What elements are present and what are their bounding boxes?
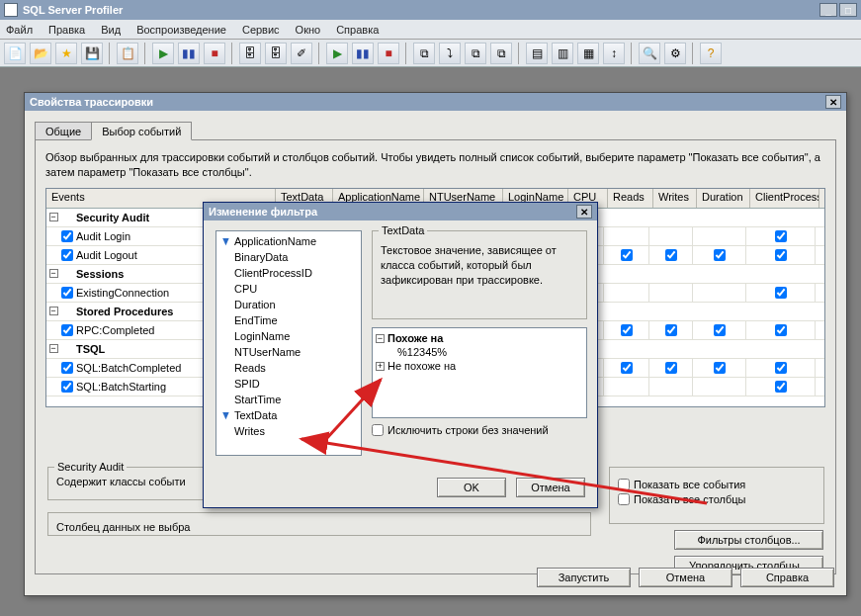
- filter-column-item[interactable]: ClientProcessID: [216, 265, 361, 281]
- grid-cell[interactable]: [649, 321, 693, 339]
- tab-events[interactable]: Выбор событий: [91, 122, 192, 140]
- grid-cell[interactable]: [604, 321, 649, 339]
- tool-replay-stop[interactable]: ■: [378, 43, 399, 64]
- tool-window1[interactable]: ▤: [526, 43, 548, 64]
- grid-cell[interactable]: [693, 359, 746, 377]
- expander-icon[interactable]: −: [49, 269, 58, 278]
- event-checkbox[interactable]: [61, 249, 73, 261]
- trace-dialog-close[interactable]: ✕: [825, 95, 841, 109]
- grid-checkbox[interactable]: [714, 362, 726, 374]
- grid-checkbox[interactable]: [775, 249, 787, 261]
- filter-column-item[interactable]: ▼TextData: [216, 407, 361, 423]
- btn-filter-ok[interactable]: OK: [437, 478, 506, 497]
- minimize-button[interactable]: _: [819, 3, 837, 17]
- filter-column-item[interactable]: NTUserName: [216, 344, 361, 360]
- grid-checkbox[interactable]: [775, 230, 787, 242]
- grid-cell[interactable]: [649, 284, 693, 302]
- expander-icon[interactable]: −: [49, 213, 58, 221]
- grid-checkbox[interactable]: [714, 324, 726, 336]
- tool-eraser[interactable]: ✐: [291, 43, 312, 64]
- tree-expander-like[interactable]: −: [376, 334, 385, 343]
- chk-exclude-empty[interactable]: [372, 424, 384, 436]
- filter-column-item[interactable]: StartTime: [216, 392, 361, 407]
- event-checkbox[interactable]: [61, 230, 73, 242]
- grid-cell[interactable]: [693, 227, 746, 245]
- grid-cell[interactable]: [746, 227, 816, 245]
- grid-cell[interactable]: [649, 227, 693, 245]
- tool-step[interactable]: ⧉: [413, 43, 435, 64]
- filter-column-list[interactable]: ▼ApplicationNameBinaryDataClientProcessI…: [215, 230, 362, 456]
- filter-column-item[interactable]: ▼ApplicationName: [216, 233, 361, 249]
- tool-cursor[interactable]: ⤵: [439, 43, 461, 64]
- grid-checkbox[interactable]: [714, 249, 726, 261]
- filter-column-item[interactable]: SPID: [216, 376, 361, 392]
- filter-column-item[interactable]: Reads: [216, 360, 361, 376]
- tool-prop[interactable]: 📋: [117, 43, 138, 64]
- event-checkbox[interactable]: [61, 287, 73, 299]
- grid-cell[interactable]: [693, 321, 746, 339]
- menu-replay[interactable]: Воспроизведение: [134, 23, 228, 37]
- filter-column-item[interactable]: Writes: [216, 423, 361, 439]
- grid-cell[interactable]: [693, 246, 746, 264]
- expander-icon[interactable]: −: [49, 344, 58, 353]
- menu-window[interactable]: Окно: [294, 23, 323, 37]
- filter-dialog-close[interactable]: ✕: [576, 205, 592, 219]
- grid-checkbox[interactable]: [775, 324, 787, 336]
- filter-match-tree[interactable]: − Похоже на %12345% + Не похоже на: [372, 327, 587, 418]
- grid-cell[interactable]: [693, 378, 746, 396]
- tool-pause[interactable]: ▮▮: [178, 43, 200, 64]
- tool-find[interactable]: 🔍: [639, 43, 660, 64]
- btn-help[interactable]: Справка: [740, 568, 834, 587]
- tool-save[interactable]: 💾: [81, 43, 103, 64]
- btn-run[interactable]: Запустить: [537, 568, 631, 587]
- tool-replay-start[interactable]: ▶: [326, 43, 348, 64]
- tool-bkpt2[interactable]: ⧉: [490, 43, 512, 64]
- hdr-writes[interactable]: Writes: [653, 189, 697, 208]
- menu-help[interactable]: Справка: [334, 23, 381, 37]
- grid-cell[interactable]: [693, 284, 746, 302]
- grid-cell[interactable]: [649, 378, 693, 396]
- grid-cell[interactable]: [604, 246, 649, 264]
- grid-cell[interactable]: [604, 359, 649, 377]
- menu-edit[interactable]: Правка: [46, 23, 87, 37]
- hdr-clientproc[interactable]: ClientProcess: [750, 189, 819, 208]
- grid-checkbox[interactable]: [665, 324, 677, 336]
- grid-cell[interactable]: [649, 359, 693, 377]
- chk-show-all-events[interactable]: [618, 479, 630, 490]
- hdr-duration[interactable]: Duration: [697, 189, 750, 208]
- grid-checkbox[interactable]: [775, 362, 787, 374]
- tool-window3[interactable]: ▦: [577, 43, 599, 64]
- tree-like-label[interactable]: Похоже на: [387, 332, 443, 344]
- tree-expander-notlike[interactable]: +: [376, 362, 385, 371]
- hdr-reads[interactable]: Reads: [608, 189, 653, 208]
- grid-cell[interactable]: [604, 284, 649, 302]
- tool-help[interactable]: ?: [700, 43, 722, 64]
- grid-cell[interactable]: [746, 378, 816, 396]
- filter-column-item[interactable]: BinaryData: [216, 249, 361, 265]
- menu-tools[interactable]: Сервис: [240, 23, 282, 37]
- grid-checkbox[interactable]: [775, 381, 787, 393]
- tool-scroll[interactable]: ↕: [603, 43, 625, 64]
- grid-checkbox[interactable]: [621, 324, 633, 336]
- tree-like-value[interactable]: %12345%: [397, 346, 447, 358]
- grid-checkbox[interactable]: [621, 249, 633, 261]
- btn-cancel[interactable]: Отмена: [639, 568, 732, 587]
- btn-column-filters[interactable]: Фильтры столбцов...: [674, 530, 823, 550]
- grid-cell[interactable]: [746, 246, 816, 264]
- grid-cell[interactable]: [604, 378, 649, 396]
- filter-column-item[interactable]: LoginName: [216, 328, 361, 344]
- grid-cell[interactable]: [604, 227, 649, 245]
- filter-column-item[interactable]: Duration: [216, 297, 361, 312]
- tool-open[interactable]: 📂: [30, 43, 51, 64]
- event-checkbox[interactable]: [61, 324, 73, 336]
- maximize-button[interactable]: □: [839, 3, 857, 17]
- grid-cell[interactable]: [746, 321, 816, 339]
- grid-checkbox[interactable]: [775, 287, 787, 299]
- tool-stop[interactable]: ■: [204, 43, 225, 64]
- tool-bkpt[interactable]: ⧉: [465, 43, 486, 64]
- grid-cell[interactable]: [746, 284, 816, 302]
- tool-db2[interactable]: 🗄: [265, 43, 287, 64]
- tool-replay-pause[interactable]: ▮▮: [352, 43, 374, 64]
- grid-checkbox[interactable]: [665, 362, 677, 374]
- grid-checkbox[interactable]: [621, 362, 633, 374]
